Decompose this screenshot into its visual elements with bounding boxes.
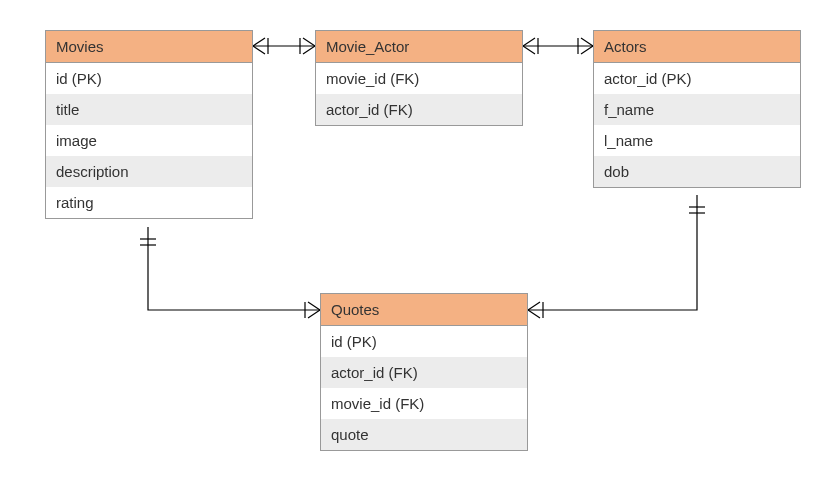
entity-field: description [46, 156, 252, 187]
entity-field: movie_id (FK) [321, 388, 527, 419]
svg-line-17 [308, 310, 320, 318]
svg-line-5 [303, 46, 315, 54]
entity-field: actor_id (PK) [594, 63, 800, 94]
svg-line-1 [253, 38, 265, 46]
entity-quotes: Quotes id (PK) actor_id (FK) movie_id (F… [320, 293, 528, 451]
entity-movies: Movies id (PK) title image description r… [45, 30, 253, 219]
svg-line-12 [581, 46, 593, 54]
svg-line-11 [581, 38, 593, 46]
svg-line-8 [523, 38, 535, 46]
entity-field: l_name [594, 125, 800, 156]
entity-field: movie_id (FK) [316, 63, 522, 94]
entity-header: Movies [46, 31, 252, 63]
svg-line-4 [303, 38, 315, 46]
svg-line-2 [253, 46, 265, 54]
rel-movies-quotes [140, 227, 320, 318]
entity-field: id (PK) [321, 326, 527, 357]
rel-actors-quotes [528, 195, 705, 318]
entity-field: quote [321, 419, 527, 450]
entity-field: dob [594, 156, 800, 187]
entity-header: Quotes [321, 294, 527, 326]
entity-field: f_name [594, 94, 800, 125]
entity-field: rating [46, 187, 252, 218]
entity-field: actor_id (FK) [321, 357, 527, 388]
entity-field: id (PK) [46, 63, 252, 94]
entity-field: title [46, 94, 252, 125]
entity-movie-actor: Movie_Actor movie_id (FK) actor_id (FK) [315, 30, 523, 126]
entity-field: actor_id (FK) [316, 94, 522, 125]
rel-movies-movieactor [253, 38, 315, 54]
svg-line-22 [528, 310, 540, 318]
svg-line-16 [308, 302, 320, 310]
rel-movieactor-actors [523, 38, 593, 54]
entity-actors: Actors actor_id (PK) f_name l_name dob [593, 30, 801, 188]
entity-field: image [46, 125, 252, 156]
entity-header: Movie_Actor [316, 31, 522, 63]
svg-line-9 [523, 46, 535, 54]
svg-line-21 [528, 302, 540, 310]
entity-header: Actors [594, 31, 800, 63]
